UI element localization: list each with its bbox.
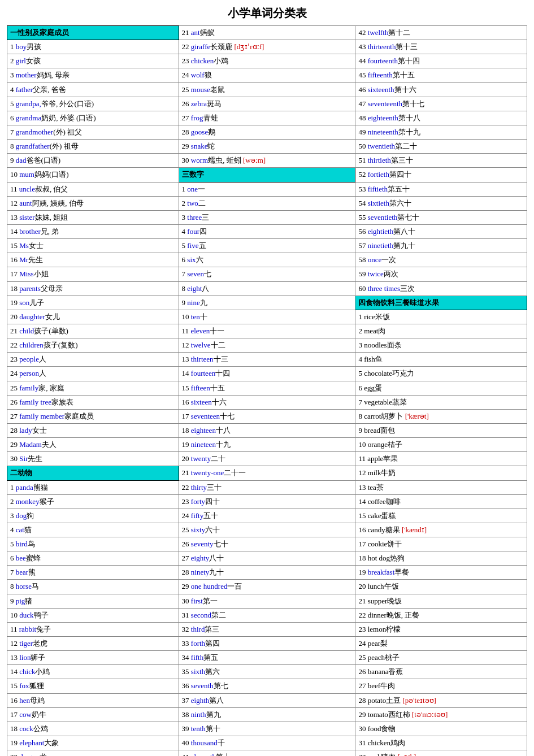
entry-cn: 胡萝卜 xyxy=(381,412,403,420)
entry-cn: 午饭 xyxy=(384,582,399,590)
entry-num: 49 xyxy=(358,128,367,136)
cell-col2: 18 eighteen十八 xyxy=(179,423,355,437)
entry-cn: 第六 xyxy=(205,667,220,676)
cell-col2: 10 ten十 xyxy=(179,310,355,324)
entry-en: sister xyxy=(19,213,34,221)
entry-num: 8 xyxy=(358,412,364,420)
entry-cn: 三 xyxy=(202,213,209,221)
entry-num: 59 xyxy=(358,270,367,278)
table-row: 4 cat猫25 sixty六十16 candy糖果 ['kændɪ] xyxy=(7,523,527,537)
entry-en: once xyxy=(368,255,382,264)
entry-cn: 公鸡 xyxy=(33,724,48,733)
entry-num: 29 xyxy=(358,710,367,719)
entry-cn: 熊猫 xyxy=(33,483,48,492)
entry-cn: 熊 xyxy=(28,568,36,576)
cell-col1: 22 children孩子(复数) xyxy=(7,338,179,353)
cell-col3: 14 coffee咖啡 xyxy=(355,494,527,509)
entry-en: father xyxy=(16,85,33,94)
entry-num: 25 xyxy=(182,525,191,534)
cell-col2: 16 sixteen十六 xyxy=(179,395,355,409)
cell-col2: 23 forty四十 xyxy=(179,494,355,509)
entry-cn: 第七十 xyxy=(397,213,419,221)
entry-num: 26 xyxy=(182,99,191,108)
entry-cn: 早餐 xyxy=(394,568,409,576)
cell-col2: 2 two二 xyxy=(179,196,355,210)
cell-col1: 15 Ms女士 xyxy=(7,239,179,253)
entry-cn: 十一 xyxy=(210,327,224,335)
entry-cn: 第三十 xyxy=(391,156,413,164)
cell-col2: 22 giraffe长颈鹿 [dʒɪˈrɑːf] xyxy=(179,40,355,54)
entry-en: fifty xyxy=(191,511,203,520)
entry-cn: 一 xyxy=(198,185,205,193)
entry-cn: 晚饭 xyxy=(387,597,402,605)
entry-en: Miss xyxy=(19,270,33,278)
entry-num: 16 xyxy=(182,398,191,406)
cell-col3: 29 tomato西红柿 [tə'mɔːtəʊ] xyxy=(355,707,527,722)
entry-en: eighteenth xyxy=(368,114,398,122)
entry-num: 21 xyxy=(10,327,19,335)
cell-col2: 25 sixty六十 xyxy=(179,523,355,537)
table-row: 30 Sir先生20 twenty二十11 apple苹果 xyxy=(7,452,527,466)
entry-num: 26 xyxy=(182,540,191,548)
entry-en: two xyxy=(187,199,198,207)
cell-col2: 32 third第三 xyxy=(179,622,355,636)
entry-en: eightieth xyxy=(368,227,394,236)
cell-col3: 16 candy糖果 ['kændɪ] xyxy=(355,523,527,537)
cell-col2: 38 ninth第九 xyxy=(179,707,355,722)
cell-col3: 21 supper晚饭 xyxy=(355,594,527,608)
entry-num: 13 xyxy=(10,213,19,221)
cell-col3: 25 peach桃子 xyxy=(355,651,527,665)
entry-num: 29 xyxy=(182,582,191,590)
cell-col2: 13 thirteen十三 xyxy=(179,353,355,367)
entry-en: fifth xyxy=(191,653,203,662)
table-row: 6 bee蜜蜂27 eighty八十18 hot dog热狗 xyxy=(7,551,527,566)
entry-en: mother xyxy=(16,71,37,79)
entry-en: wolf xyxy=(191,71,205,79)
entry-en: hen xyxy=(19,696,30,705)
cell-col1: 12 tiger老虎 xyxy=(7,637,179,651)
cell-col3: 2 meat肉 xyxy=(355,324,527,338)
entry-num: 17 xyxy=(10,270,19,278)
entry-en: mouse xyxy=(191,85,210,94)
section-header: 二动物 xyxy=(10,468,32,477)
cell-col3: 53 fiftieth第五十 xyxy=(355,182,527,196)
entry-cn: 柠檬 xyxy=(386,625,401,633)
table-row: 15 fox狐狸36 seventh第七27 beef牛肉 xyxy=(7,679,527,693)
entry-num: 5 xyxy=(358,369,364,377)
entry-phonetic: ['kændɪ] xyxy=(400,525,427,534)
cell-col2: 29 one hundred一百 xyxy=(179,580,355,594)
cell-col3: 32 pork猪肉 [pɔːk] xyxy=(355,750,527,756)
cell-col1: 18 cock公鸡 xyxy=(7,722,179,736)
cell-col1: 5 bird鸟 xyxy=(7,537,179,551)
entry-en: fiftieth xyxy=(368,185,388,193)
entry-num: 1 xyxy=(10,42,16,51)
entry-num: 17 xyxy=(358,540,367,548)
entry-en: Sir xyxy=(19,454,28,463)
cell-col1: 28 lady女士 xyxy=(7,423,179,437)
cell-col2: 8 eight八 xyxy=(179,281,355,296)
entry-num: 53 xyxy=(358,185,367,193)
cell-col2: 12 twelve十二 xyxy=(179,338,355,353)
cell-col2: 22 thirty三十 xyxy=(179,480,355,494)
entry-num: 25 xyxy=(182,85,191,94)
entry-cn: 男孩 xyxy=(27,42,41,51)
cell-col3: 3 noodles面条 xyxy=(355,338,527,353)
cell-col1: 14 chick小鸡 xyxy=(7,665,179,679)
cell-col3: 20 lunch午饭 xyxy=(355,580,527,594)
cell-col2: 27 eighty八十 xyxy=(179,551,355,566)
main-table: 一性别及家庭成员21 ant蚂蚁42 twelfth第十二1 boy男孩22 g… xyxy=(7,25,527,756)
entry-num: 20 xyxy=(10,753,19,756)
entry-cn: 长颈鹿 xyxy=(210,42,232,51)
cell-col2: 三数字 xyxy=(179,168,355,182)
table-row: 3 mother妈妈, 母亲24 wolf狼45 fifteenth第十五 xyxy=(7,68,527,82)
cell-col2: 40 thousand千 xyxy=(179,736,355,750)
cell-col1: 10 mum妈妈(口语) xyxy=(7,168,179,182)
entry-num: 27 xyxy=(10,412,19,420)
entry-cn: 狗 xyxy=(27,511,34,520)
table-row: 16 Mr先生6 six六58 once一次 xyxy=(7,253,527,267)
entry-cn: 兔子 xyxy=(36,625,51,633)
cell-col3: 51 thirtieth第三十 xyxy=(355,154,527,168)
entry-en: goose xyxy=(191,128,208,136)
entry-cn: (外) 祖父 xyxy=(53,128,82,136)
entry-num: 28 xyxy=(10,426,19,435)
